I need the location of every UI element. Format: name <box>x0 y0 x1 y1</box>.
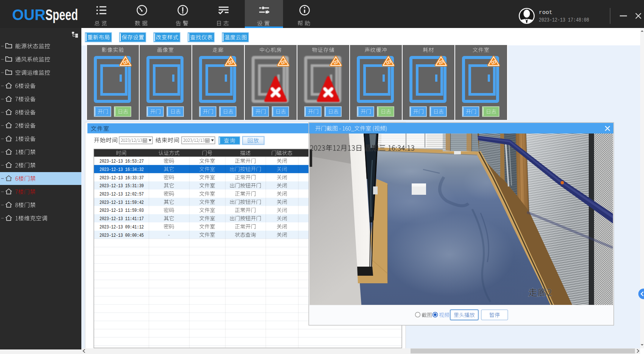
svg-text:2023-12-13 15:31:39: 2023-12-13 15:31:39 <box>100 183 144 189</box>
svg-text:2023-12-13 00:00:45: 2023-12-13 00:00:45 <box>100 233 144 238</box>
svg-text:2023-12-13 09:41:12: 2023-12-13 09:41:12 <box>100 224 144 230</box>
svg-text:Speed: Speed <box>45 6 78 23</box>
svg-text:2023-12-13 11:59:42: 2023-12-13 11:59:42 <box>100 200 144 205</box>
svg-text:OUR: OUR <box>12 6 45 23</box>
svg-text:2023-12-13 16:34:32: 2023-12-13 16:34:32 <box>100 167 144 172</box>
svg-text:2023-12-13 17:48:08: 2023-12-13 17:48:08 <box>539 17 589 23</box>
svg-text:2023-12-13 12:02:57: 2023-12-13 12:02:57 <box>100 191 144 197</box>
svg-text:2023-12-13 16:53:27: 2023-12-13 16:53:27 <box>100 158 144 164</box>
svg-text:2023-12-13 16:33:37: 2023-12-13 16:33:37 <box>100 175 144 181</box>
svg-text:2023-12-13 11:59:03: 2023-12-13 11:59:03 <box>100 208 144 213</box>
svg-text:root: root <box>539 9 552 16</box>
svg-text:2023-12-13 11:41:17: 2023-12-13 11:41:17 <box>100 216 144 222</box>
